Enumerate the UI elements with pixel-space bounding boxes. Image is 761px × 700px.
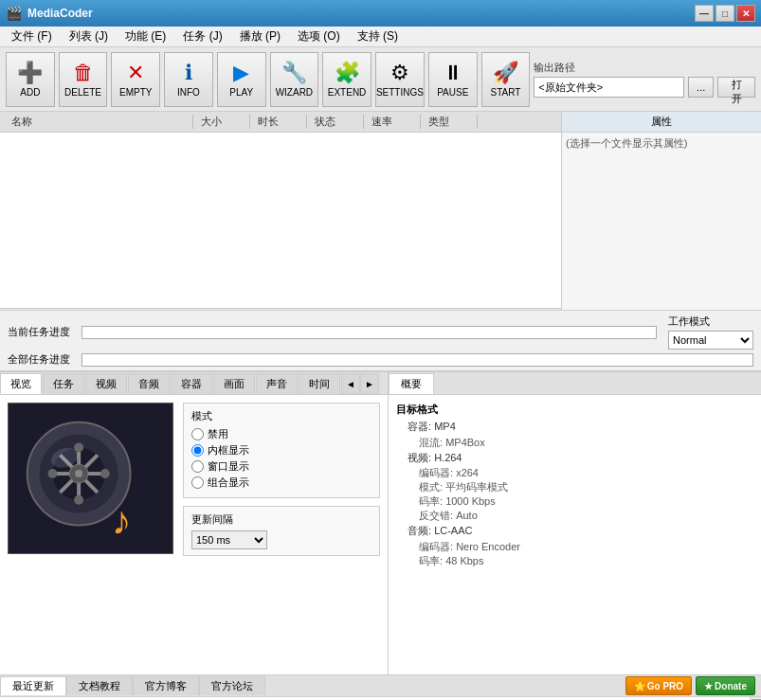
mode-group: 模式 禁用 内框显示 窗口显示 组合显示 [183,403,380,498]
wizard-button[interactable]: 🔧 WIZARD [270,52,319,107]
summary-target-format: 目标格式 容器: MP4 混流: MP4Box 视频: H.264 编码器: x… [396,403,753,568]
menu-task[interactable]: 任务 (J) [175,27,229,46]
summary-tab-bar: 概要 [389,372,761,395]
mode-disabled[interactable]: 禁用 [191,427,371,441]
tab-preview[interactable]: 视览 [0,373,42,394]
mux-row: 混流: MP4Box [396,436,753,450]
tab-video[interactable]: 视频 [85,373,127,394]
output-path-label: 输出路径 [534,61,755,75]
video-deint-row: 反交错: Auto [396,509,753,523]
settings-label: SETTINGS [376,87,424,98]
video-row: 视频: H.264 [396,450,753,467]
menu-play[interactable]: 播放 (P) [232,27,288,46]
pause-button[interactable]: ⏸ PAUSE [428,52,478,107]
horizontal-scrollbar[interactable] [0,308,561,310]
donate-button[interactable]: ★ Donate [696,676,755,695]
empty-label: EMPTY [119,87,152,98]
menu-list[interactable]: 列表 (J) [62,27,116,46]
audio-rate-row: 码率: 48 Kbps [396,554,753,568]
file-list: 名称 大小 时长 状态 速率 类型 [0,112,562,310]
gopro-button[interactable]: ⭐ Go PRO [625,676,692,695]
menu-file[interactable]: 文件 (F) [4,27,60,46]
container-row: 容器: MP4 [396,419,753,436]
tabs-area: 视览 任务 视频 音频 容器 画面 声音 时间 ◄ ► [0,371,761,674]
tab-screen[interactable]: 画面 [213,373,255,394]
add-button[interactable]: ➕ ADD [6,52,55,107]
audio-codec-row: 编码器: Nero Encoder [396,540,753,554]
tab-sound[interactable]: 声音 [256,373,298,394]
col-status-header: 状态 [307,115,364,129]
output-path-input[interactable] [534,77,684,98]
info-button[interactable]: ℹ INFO [164,52,213,107]
play-icon: ▶ [233,61,249,85]
file-list-header: 名称 大小 时长 状态 速率 类型 [0,112,561,133]
interval-label: 更新间隔 [191,512,371,527]
col-size-header: 大小 [193,115,250,129]
mode-combo[interactable]: 组合显示 [191,476,371,490]
start-button[interactable]: 🚀 START [481,52,531,107]
video-rate-row: 码率: 1000 Kbps [396,494,753,509]
wizard-icon: 🔧 [281,61,307,85]
col-type-header: 类型 [421,115,478,129]
bottom-tab-tutorials[interactable]: 文档教程 [66,676,133,695]
current-task-label: 当前任务进度 [8,325,74,339]
all-tasks-progressbar [82,353,753,367]
menu-options[interactable]: 选项 (O) [290,27,348,46]
settings-icon: ⚙ [390,61,409,85]
menu-support[interactable]: 支持 (S) [350,27,406,46]
add-icon: ➕ [17,61,43,85]
empty-icon: ✕ [127,61,144,85]
tab-container[interactable]: 容器 [171,373,212,394]
settings-button[interactable]: ⚙ SETTINGS [375,52,425,107]
gopro-icon: ⭐ [634,681,645,691]
menu-bar: 文件 (F) 列表 (J) 功能 (E) 任务 (J) 播放 (P) 选项 (O… [0,27,761,47]
empty-button[interactable]: ✕ EMPTY [111,52,160,107]
delete-button[interactable]: 🗑 DELETE [59,52,108,107]
info-label: INFO [177,87,200,98]
menu-function[interactable]: 功能 (E) [118,27,173,46]
add-label: ADD [20,87,40,98]
bottom-tab-updates[interactable]: 最近更新 [0,676,66,695]
info-icon: ℹ [185,61,192,85]
tab-task[interactable]: 任务 [43,373,84,394]
file-list-body[interactable] [0,133,561,308]
video-mode-row: 模式: 平均码率模式 [396,480,753,494]
svg-point-13 [75,470,82,477]
tab-summary[interactable]: 概要 [389,373,434,394]
main-area: 名称 大小 时长 状态 速率 类型 属性 (选择一个文件显示其属性) [0,112,761,311]
preview-image: ♪ [8,403,173,554]
interval-select[interactable]: 50 ms 100 ms 150 ms 200 ms 500 ms [191,530,267,549]
tab-time[interactable]: 时间 [299,373,340,394]
interval-group: 更新间隔 50 ms 100 ms 150 ms 200 ms 500 ms [183,506,380,556]
col-name-header: 名称 [4,115,193,129]
start-label: START [491,87,521,98]
tab-audio[interactable]: 音频 [128,373,170,394]
extend-button[interactable]: 🧩 EXTEND [322,52,371,107]
mode-window[interactable]: 窗口显示 [191,459,371,474]
properties-title: 属性 [562,112,761,133]
current-task-progressbar [82,326,657,339]
right-panel: 概要 目标格式 容器: MP4 混流: MP4Box 视频: H.264 编码器… [389,372,761,674]
tab-scroll-right[interactable]: ► [360,373,379,394]
close-button[interactable]: ✕ [736,5,755,22]
svg-point-15 [74,495,83,505]
bottom-tab-blog[interactable]: 官方博客 [133,676,199,695]
bottom-tabs-row: 最近更新 文档教程 官方博客 官方论坛 ⭐ Go PRO ★ Donate [0,675,761,697]
work-mode-select[interactable]: Normal Batch Watch [668,331,753,350]
extend-icon: 🧩 [335,61,360,85]
app-icon: 🎬 [6,6,22,21]
open-button[interactable]: 打开 [717,77,755,98]
properties-empty-message: (选择一个文件显示其属性) [566,137,687,149]
work-mode-label: 工作模式 [668,314,753,329]
mode-inner[interactable]: 内框显示 [191,443,371,458]
browse-button[interactable]: ... [688,77,714,98]
play-button[interactable]: ▶ PLAY [217,52,266,107]
extend-label: EXTEND [328,87,367,98]
bottom-tab-forum[interactable]: 官方论坛 [199,676,265,695]
tab-preview-content: ♪ 模式 禁用 内框显示 [0,395,388,674]
maximize-button[interactable]: □ [716,5,734,22]
start-icon: 🚀 [493,61,518,85]
minimize-button[interactable]: — [695,5,714,22]
pause-label: PAUSE [437,87,468,98]
tab-scroll-left[interactable]: ◄ [341,373,360,394]
